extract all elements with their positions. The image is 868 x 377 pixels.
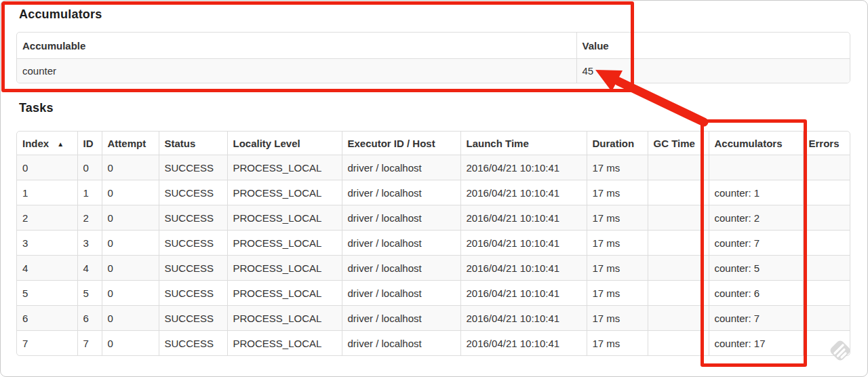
cell-index: 5 <box>17 281 77 306</box>
cell-index: 0 <box>17 155 77 180</box>
cell-status: SUCCESS <box>159 306 227 331</box>
cell-launch-time: 2016/04/21 10:10:41 <box>460 180 587 205</box>
cell-accumulators: counter: 7 <box>709 231 803 256</box>
tasks-header-attempt[interactable]: Attempt <box>102 132 159 155</box>
accumulator-row: counter 45 <box>17 59 850 83</box>
cell-accumulators: counter: 5 <box>709 256 803 281</box>
cell-id: 3 <box>77 231 102 256</box>
tasks-header-index[interactable]: Index▲ <box>17 132 77 155</box>
cell-launch-time: 2016/04/21 10:10:41 <box>460 231 587 256</box>
tasks-header-row: Index▲ ID Attempt Status Locality Level … <box>17 132 850 155</box>
cell-status: SUCCESS <box>159 256 227 281</box>
cell-attempt: 0 <box>102 331 159 356</box>
cell-duration: 17 ms <box>587 331 648 356</box>
cell-attempt: 0 <box>102 231 159 256</box>
cell-status: SUCCESS <box>159 180 227 205</box>
accumulable-value-cell: 45 <box>576 59 850 83</box>
cell-locality: PROCESS_LOCAL <box>227 256 342 281</box>
accumulable-column-header[interactable]: Accumulable <box>17 33 576 59</box>
cell-executor: driver / localhost <box>342 205 460 231</box>
skitch-pen-watermark-icon <box>826 336 854 365</box>
cell-duration: 17 ms <box>587 306 648 331</box>
cell-executor: driver / localhost <box>342 180 460 205</box>
cell-locality: PROCESS_LOCAL <box>227 155 342 180</box>
cell-id: 6 <box>77 306 102 331</box>
cell-executor: driver / localhost <box>342 256 460 281</box>
cell-index: 3 <box>17 231 77 256</box>
cell-gc-time <box>648 306 709 331</box>
cell-locality: PROCESS_LOCAL <box>227 205 342 231</box>
cell-errors <box>803 281 850 306</box>
tasks-header-accumulators[interactable]: Accumulators <box>709 132 803 155</box>
task-row: 6 6 0 SUCCESS PROCESS_LOCAL driver / loc… <box>17 306 850 331</box>
cell-errors <box>803 306 850 331</box>
cell-launch-time: 2016/04/21 10:10:41 <box>460 155 587 180</box>
cell-status: SUCCESS <box>159 205 227 231</box>
task-row: 5 5 0 SUCCESS PROCESS_LOCAL driver / loc… <box>17 281 850 306</box>
cell-attempt: 0 <box>102 281 159 306</box>
cell-executor: driver / localhost <box>342 331 460 356</box>
cell-locality: PROCESS_LOCAL <box>227 231 342 256</box>
cell-gc-time <box>648 205 709 231</box>
value-column-header[interactable]: Value <box>576 33 850 59</box>
cell-id: 2 <box>77 205 102 231</box>
cell-launch-time: 2016/04/21 10:10:41 <box>460 205 587 231</box>
cell-errors <box>803 205 850 231</box>
cell-gc-time <box>648 180 709 205</box>
tasks-header-launch-time[interactable]: Launch Time <box>460 132 587 155</box>
cell-locality: PROCESS_LOCAL <box>227 331 342 356</box>
cell-locality: PROCESS_LOCAL <box>227 306 342 331</box>
cell-launch-time: 2016/04/21 10:10:41 <box>460 281 587 306</box>
cell-attempt: 0 <box>102 256 159 281</box>
cell-locality: PROCESS_LOCAL <box>227 281 342 306</box>
tasks-header-errors[interactable]: Errors <box>803 132 850 155</box>
cell-id: 5 <box>77 281 102 306</box>
cell-gc-time <box>648 155 709 180</box>
task-row: 0 0 0 SUCCESS PROCESS_LOCAL driver / loc… <box>17 155 850 180</box>
tasks-header-duration[interactable]: Duration <box>587 132 648 155</box>
cell-id: 1 <box>77 180 102 205</box>
cell-status: SUCCESS <box>159 231 227 256</box>
accumulators-section-title: Accumulators <box>19 7 102 22</box>
cell-attempt: 0 <box>102 205 159 231</box>
cell-id: 7 <box>77 331 102 356</box>
cell-executor: driver / localhost <box>342 155 460 180</box>
cell-launch-time: 2016/04/21 10:10:41 <box>460 306 587 331</box>
cell-status: SUCCESS <box>159 155 227 180</box>
cell-errors <box>803 180 850 205</box>
tasks-header-locality-level[interactable]: Locality Level <box>227 132 342 155</box>
accumulable-name-cell: counter <box>17 59 576 83</box>
cell-duration: 17 ms <box>587 281 648 306</box>
cell-executor: driver / localhost <box>342 231 460 256</box>
cell-executor: driver / localhost <box>342 281 460 306</box>
tasks-header-executor-id-host[interactable]: Executor ID / Host <box>342 132 460 155</box>
tasks-header-gc-time[interactable]: GC Time <box>648 132 709 155</box>
cell-executor: driver / localhost <box>342 306 460 331</box>
cell-gc-time <box>648 231 709 256</box>
cell-id: 0 <box>77 155 102 180</box>
tasks-header-status[interactable]: Status <box>159 132 227 155</box>
tasks-header-id[interactable]: ID <box>77 132 102 155</box>
cell-accumulators: counter: 6 <box>709 281 803 306</box>
cell-errors <box>803 256 850 281</box>
cell-launch-time: 2016/04/21 10:10:41 <box>460 256 587 281</box>
cell-index: 4 <box>17 256 77 281</box>
cell-errors <box>803 231 850 256</box>
cell-accumulators: counter: 7 <box>709 306 803 331</box>
cell-launch-time: 2016/04/21 10:10:41 <box>460 331 587 356</box>
task-row: 7 7 0 SUCCESS PROCESS_LOCAL driver / loc… <box>17 331 850 356</box>
cell-accumulators: counter: 2 <box>709 205 803 231</box>
cell-duration: 17 ms <box>587 155 648 180</box>
cell-gc-time <box>648 256 709 281</box>
cell-duration: 17 ms <box>587 180 648 205</box>
cell-gc-time <box>648 331 709 356</box>
cell-duration: 17 ms <box>587 256 648 281</box>
tasks-table: Index▲ ID Attempt Status Locality Level … <box>16 131 850 356</box>
cell-duration: 17 ms <box>587 231 648 256</box>
cell-errors <box>803 155 850 180</box>
cell-gc-time <box>648 281 709 306</box>
cell-index: 1 <box>17 180 77 205</box>
accumulators-table: Accumulable Value counter 45 <box>16 32 850 83</box>
accumulators-header-row: Accumulable Value <box>17 33 850 59</box>
cell-accumulators <box>709 155 803 180</box>
